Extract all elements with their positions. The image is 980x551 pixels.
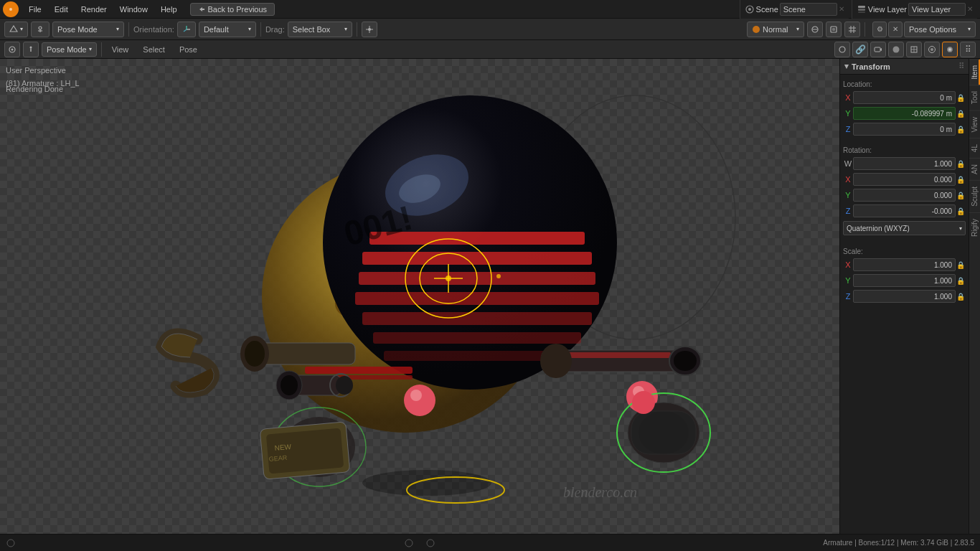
scene-selector[interactable]: Scene ✕: [740, 0, 849, 19]
viewport-scene-btn[interactable]: [834, 42, 850, 57]
xray-button[interactable]: [826, 22, 842, 37]
menu-help[interactable]: Help: [155, 4, 183, 15]
lock-y[interactable]: 🔒: [956, 110, 966, 118]
status-left: [6, 538, 16, 548]
svg-point-69: [496, 274, 501, 278]
lock-x[interactable]: 🔒: [956, 94, 966, 102]
rotation-y-row: Y 0.000 🔒: [843, 188, 966, 202]
svg-text:blenderco.cn: blenderco.cn: [563, 484, 637, 500]
rotation-z-field[interactable]: -0.000: [853, 204, 956, 217]
location-x-field[interactable]: 0 m: [853, 91, 956, 104]
scale-y-row: Y 1.000 🔒: [843, 273, 966, 288]
svg-rect-6: [858, 6, 865, 8]
wireframe-btn[interactable]: [906, 42, 922, 57]
object-mode-button[interactable]: [31, 22, 50, 37]
pose-mode-dropdown[interactable]: Pose Mode ▾: [52, 22, 124, 37]
editor-type-button[interactable]: ▾: [4, 22, 28, 37]
right-panel: ▾ Transform ⠿ Location: X 0 m 🔒 Y -0.089…: [839, 59, 969, 534]
svg-rect-61: [362, 312, 592, 325]
viewport-shading-dropdown[interactable]: Normal ▾: [747, 22, 804, 37]
rotation-mode-dropdown[interactable]: Quaternion (WXYZ) ▾: [843, 221, 966, 235]
viewport-cam-btn[interactable]: [870, 42, 886, 57]
status-icon-2: [404, 538, 414, 548]
grid-button[interactable]: [844, 22, 860, 37]
blender-logo: [3, 1, 19, 17]
orientation-dropdown[interactable]: Default ▾: [199, 22, 256, 37]
pose-mode-icon-btn[interactable]: [23, 42, 39, 57]
viewport-type-icon: [8, 45, 17, 54]
side-tab-rigify[interactable]: Rigify: [969, 212, 980, 242]
drag-label: Drag:: [265, 25, 285, 34]
pose-options-dropdown[interactable]: Pose Options ▾: [904, 22, 976, 37]
overlays-button[interactable]: [807, 22, 823, 37]
material-preview-btn[interactable]: [924, 42, 940, 57]
tab-view[interactable]: View: [106, 44, 135, 55]
location-y-field[interactable]: -0.089997 m: [853, 107, 956, 120]
pivot-icon: [365, 25, 374, 34]
side-tab-an[interactable]: AN: [969, 158, 980, 180]
lock-rx[interactable]: 🔒: [956, 176, 966, 184]
close-rig-btn[interactable]: ✕: [888, 22, 903, 37]
menu-edit[interactable]: Edit: [49, 4, 74, 15]
rotation-y-field[interactable]: 0.000: [853, 189, 956, 202]
lock-ry[interactable]: 🔒: [956, 192, 966, 199]
lock-sz[interactable]: 🔒: [956, 293, 966, 301]
rig-options-btn[interactable]: ⚙: [872, 22, 887, 37]
scale-y-field[interactable]: 1.000: [853, 274, 956, 287]
scale-z-label: Z: [843, 292, 853, 301]
tab-pose[interactable]: Pose: [174, 44, 203, 55]
sep-mode-1: [101, 42, 102, 57]
menu-render[interactable]: Render: [75, 4, 113, 15]
loc-y-label: Y: [843, 109, 853, 118]
scale-x-field[interactable]: 1.000: [853, 258, 956, 271]
svg-rect-62: [373, 332, 581, 344]
svg-rect-25: [832, 28, 835, 31]
side-tab-sculpt[interactable]: Sculpt: [969, 180, 980, 212]
material-icon: [928, 45, 936, 54]
svg-point-82: [336, 376, 353, 395]
armature-icon: [27, 45, 35, 54]
view-layer-icon: [857, 4, 867, 14]
drag-dropdown[interactable]: Select Box ▾: [288, 22, 352, 37]
side-tab-tool[interactable]: Tool: [969, 85, 980, 110]
menu-window[interactable]: Window: [114, 4, 154, 15]
rot-x-label: X: [843, 175, 853, 184]
side-tab-item[interactable]: Item: [969, 59, 980, 85]
lock-sy[interactable]: 🔒: [956, 277, 966, 285]
scene-input[interactable]: [780, 3, 837, 16]
view-layer-input[interactable]: [908, 3, 966, 16]
panel-expand-icon[interactable]: ⠿: [958, 62, 964, 71]
viewport-type-btn[interactable]: [4, 42, 20, 57]
svg-point-80: [281, 375, 298, 395]
rotation-x-field[interactable]: 0.000: [853, 173, 956, 186]
orientation-icon-btn[interactable]: [177, 22, 196, 37]
dots-btn[interactable]: ⠿: [960, 42, 976, 57]
side-tab-4l[interactable]: 4L: [969, 138, 980, 158]
svg-point-37: [893, 46, 900, 52]
tab-select[interactable]: Select: [137, 44, 171, 55]
loc-x-label: X: [843, 93, 853, 102]
rotation-w-field[interactable]: 1.000: [853, 157, 956, 170]
back-to-previous-button[interactable]: Back to Previous: [190, 3, 275, 16]
svg-point-31: [11, 48, 14, 50]
location-z-field[interactable]: 0 m: [853, 123, 956, 136]
transform-title: Transform: [852, 62, 890, 71]
lock-rw[interactable]: 🔒: [956, 160, 966, 168]
solid-shading-btn[interactable]: [888, 42, 904, 57]
lock-rz[interactable]: 🔒: [956, 207, 966, 215]
rotation-z-row: Z -0.000 🔒: [843, 204, 966, 218]
side-tab-view[interactable]: View: [969, 110, 980, 138]
transform-header: ▾ Transform ⠿: [840, 59, 969, 75]
lock-sx[interactable]: 🔒: [956, 261, 966, 269]
rotation-label: Rotation:: [843, 146, 966, 154]
pivot-point-button[interactable]: [362, 22, 377, 37]
pose-mode-dropdown2[interactable]: Pose Mode ▾: [42, 42, 97, 57]
menu-file[interactable]: File: [23, 4, 47, 15]
viewport[interactable]: 001!: [0, 59, 839, 534]
viewport-lock-btn[interactable]: 🔗: [852, 42, 868, 57]
scale-z-field[interactable]: 1.000: [853, 290, 956, 303]
lock-z[interactable]: 🔒: [956, 126, 966, 133]
rendered-btn[interactable]: [942, 42, 958, 57]
scale-x-row: X 1.000 🔒: [843, 258, 966, 272]
view-layer-selector[interactable]: View Layer ✕: [852, 0, 977, 19]
